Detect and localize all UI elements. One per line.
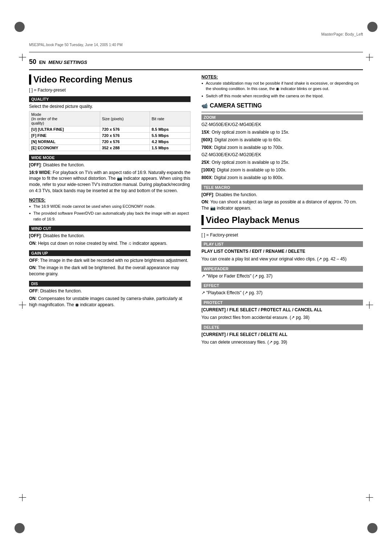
wide-mode-section: WIDE MODE [OFF]: Disables the function. …: [29, 155, 191, 194]
left-column: Video Recording Menus [ ] = Factory-pres…: [29, 74, 191, 349]
wipe-fader-label: WIPE/FADER: [201, 266, 363, 272]
zoom-60x: [60X]: Digital zoom is available up to 6…: [201, 137, 363, 143]
video-playback-menus-title: Video Playback Menus: [201, 215, 363, 225]
delete-label: DELETE: [201, 324, 363, 330]
dis-label: DIS: [29, 281, 191, 287]
wind-cut-section: WIND CUT [OFF]: Disables the function. O…: [29, 226, 191, 247]
gain-up-section: GAIN UP OFF: The image in the dark will …: [29, 250, 191, 277]
video-recording-menus-title: Video Recording Menus: [29, 74, 191, 85]
quality-description: Select the desired picture quality.: [29, 104, 191, 110]
corner-decoration-tl: [15, 22, 25, 32]
play-list-description: You can create a play list and view your…: [201, 256, 363, 262]
cross-mark-bl: [19, 494, 26, 501]
camera-setting-header: 📹 CAMERA SETTING: [201, 102, 363, 109]
zoom-gz-mg50-model: GZ-MG50E/EK/GZ-MG40E/EK: [201, 122, 363, 128]
quality-label: QUALITY: [29, 96, 191, 102]
wind-cut-on: ON: Helps cut down on noise created by w…: [29, 240, 191, 247]
cross-mark-br: [366, 494, 373, 501]
table-cell-bitrate-3: 4.2 Mbps: [150, 138, 190, 145]
notes-wide-section: NOTES: The 16:9 WIDE mode cannot be used…: [29, 198, 191, 222]
table-cell-size-3: 720 x 576: [100, 138, 150, 145]
video-playback-menus-section: Video Playback Menus [ ] = Factory-prese…: [201, 215, 363, 345]
main-content: 50 EN MENU SETTINGS Video Recording Menu…: [29, 58, 363, 526]
header-line: [29, 52, 363, 52]
effect-section: EFFECT ↗ "Playback Effects" (↗ pg. 37): [201, 283, 363, 296]
tele-macro-section: TELE MACRO [OFF]: Disables the function.…: [201, 185, 363, 211]
zoom-700x: 700X: Digital zoom is available up to 70…: [201, 145, 363, 151]
effect-text: ↗ "Playback Effects" (↗ pg. 37): [201, 290, 363, 296]
gain-up-off: OFF: The image in the dark will be recor…: [29, 258, 191, 264]
delete-section: DELETE [CURRENT] / FILE SELECT / DELETE …: [201, 324, 363, 345]
table-cell-mode-3: [N] NORMAL: [29, 138, 100, 145]
protect-description: You can protect files from accidental er…: [201, 315, 363, 321]
table-cell-bitrate-1: 8.5 Mbps: [150, 126, 190, 132]
gain-up-label: GAIN UP: [29, 250, 191, 256]
section-divider: [29, 69, 363, 70]
camera-setting-section: 📹 CAMERA SETTING ZOOM GZ-MG50E/EK/GZ-MG4…: [201, 102, 363, 211]
wide-mode-label: WIDE MODE: [29, 155, 191, 161]
zoom-section: ZOOM GZ-MG50E/EK/GZ-MG40E/EK 15X: Only o…: [201, 114, 363, 181]
playback-divider: [201, 228, 363, 229]
cross-mark-tr: [366, 54, 373, 61]
protect-heading: [CURRENT] / FILE SELECT / PROTECT ALL / …: [201, 307, 363, 313]
wipe-fader-section: WIPE/FADER ↗ "Wipe or Fader Effects" (↗ …: [201, 266, 363, 279]
notes-main-section: NOTES: Accurate stabilization may not be…: [201, 74, 363, 99]
page-number: 50: [29, 58, 36, 65]
wide-mode-on: 16:9 WIDE: For playback on TVs with an a…: [29, 170, 191, 194]
quality-table: Mode(In order of thequality) Size (pixel…: [29, 111, 191, 151]
wind-cut-label: WIND CUT: [29, 226, 191, 231]
protect-label: PROTECT: [201, 300, 363, 305]
zoom-800x: 800X: Digital zoom is available up to 80…: [201, 175, 363, 181]
corner-decoration-bl: [15, 523, 25, 533]
notes-wide-item-2: The provided software PowerDVD can autom…: [29, 211, 191, 222]
quality-section: QUALITY Select the desired picture quali…: [29, 96, 191, 151]
camera-setting-title: CAMERA SETTING: [210, 102, 262, 109]
cross-mark-mid-r: [366, 301, 373, 309]
zoom-100x: [100X]: Digital zoom is available up to …: [201, 167, 363, 173]
table-cell-size-4: 352 x 288: [100, 145, 150, 151]
file-info: M5E3PAL.book Page 50 Tuesday, June 14, 2…: [29, 43, 123, 47]
dis-section: DIS OFF: Disables the function. ON: Comp…: [29, 281, 191, 308]
camera-icon: 📹: [201, 103, 208, 109]
tele-macro-on: ON: You can shoot a subject as large as …: [201, 199, 363, 211]
effect-label: EFFECT: [201, 283, 363, 288]
section-title-label: MENU SETTINGS: [48, 60, 87, 65]
table-header-size: Size (pixels): [100, 111, 150, 126]
notes-wide-item-1: The 16:9 WIDE mode cannot be used when u…: [29, 204, 191, 209]
zoom-label: ZOOM: [201, 114, 363, 120]
delete-description: You can delete unnecessary files. (↗ pg.…: [201, 339, 363, 345]
factory-preset-note: [ ] = Factory-preset: [29, 88, 191, 93]
play-list-section: PLAY LIST PLAY LIST CONTENTS / EDIT / RE…: [201, 241, 363, 262]
notes-main-item-1: Accurate stabilization may not be possib…: [201, 81, 363, 92]
cross-mark-tl: [19, 54, 26, 61]
notes-wide-list: The 16:9 WIDE mode cannot be used when u…: [29, 204, 191, 222]
table-cell-mode-2: [F] FINE: [29, 132, 100, 138]
gain-up-on: ON: The image in the dark will be bright…: [29, 265, 191, 277]
notes-main-list: Accurate stabilization may not be possib…: [201, 81, 363, 99]
section-header: 50 EN MENU SETTINGS: [29, 58, 363, 66]
play-list-heading: PLAY LIST CONTENTS / EDIT / RENAME / DEL…: [201, 248, 363, 255]
wind-cut-off: [OFF]: Disables the function.: [29, 233, 191, 239]
zoom-25x: 25X: Only optical zoom is available up t…: [201, 159, 363, 166]
table-cell-bitrate-2: 5.5 Mbps: [150, 132, 190, 138]
table-cell-size-2: 720 x 576: [100, 132, 150, 138]
dis-on: ON: Compensates for unstable images caus…: [29, 296, 191, 308]
protect-section: PROTECT [CURRENT] / FILE SELECT / PROTEC…: [201, 300, 363, 321]
tele-macro-label: TELE MACRO: [201, 185, 363, 190]
two-column-layout: Video Recording Menus [ ] = Factory-pres…: [29, 74, 363, 349]
table-cell-mode-4: [E] ECONOMY: [29, 145, 100, 151]
delete-heading: [CURRENT] / FILE SELECT / DELETE ALL: [201, 332, 363, 338]
tele-macro-off: [OFF]: Disables the function.: [201, 192, 363, 198]
notes-wide-title: NOTES:: [29, 198, 191, 203]
playback-factory-preset: [ ] = Factory-preset: [201, 232, 363, 238]
page-container: MasterPage: Body_Left M5E3PAL.book Page …: [0, 0, 392, 555]
corner-decoration-br: [367, 523, 377, 533]
cross-mark-mid-l: [19, 301, 26, 309]
masterpage-label: MasterPage: Body_Left: [321, 32, 363, 36]
wipe-fader-text: ↗ "Wipe or Fader Effects" (↗ pg. 37): [201, 273, 363, 279]
notes-main-title: NOTES:: [201, 74, 363, 80]
play-list-label: PLAY LIST: [201, 241, 363, 247]
table-header-mode: Mode(In order of thequality): [29, 111, 100, 126]
table-cell-bitrate-4: 1.5 Mbps: [150, 145, 190, 151]
dis-off: OFF: Disables the function.: [29, 288, 191, 294]
